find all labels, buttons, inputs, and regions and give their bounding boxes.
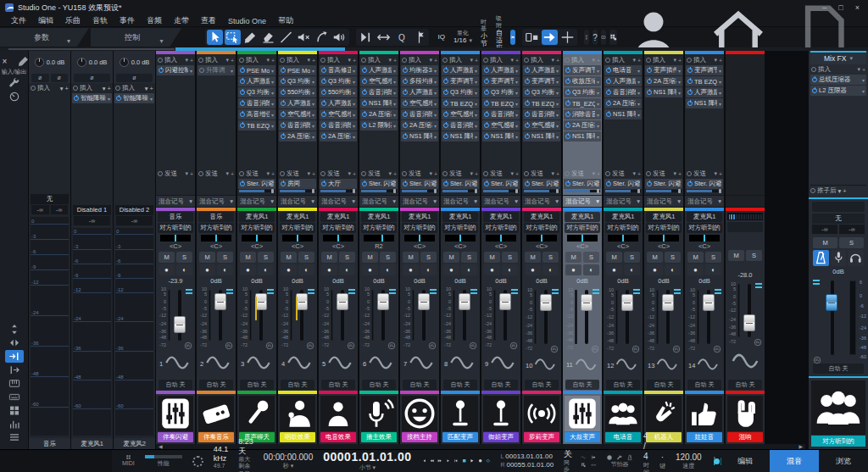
power-icon[interactable] <box>403 134 408 139</box>
power-icon[interactable] <box>483 171 488 176</box>
mute-button[interactable]: M <box>362 252 378 263</box>
mute-button[interactable]: M <box>728 250 744 261</box>
solo-button[interactable]: S <box>258 252 274 263</box>
inserts-header[interactable]: 插入▾+ <box>29 83 70 93</box>
power-icon[interactable] <box>647 68 652 73</box>
automation-wave-icon[interactable] <box>163 348 192 379</box>
channel-fader[interactable]: 1050-5-12-24-36-48-72 <box>687 286 722 351</box>
pan-value[interactable]: <C> <box>563 242 602 251</box>
power-icon[interactable] <box>525 79 530 84</box>
level-value[interactable]: 0dB <box>563 276 602 286</box>
send-slot[interactable]: Ster. 闪避控制 <box>442 179 479 189</box>
add-icon[interactable]: + <box>637 58 641 64</box>
pan-slider[interactable] <box>486 235 516 242</box>
listen-tool-button[interactable] <box>331 30 348 45</box>
fader-handle[interactable] <box>296 293 308 310</box>
monitor-button[interactable]: ◐ <box>258 264 274 275</box>
power-icon[interactable] <box>525 181 530 186</box>
power-icon[interactable] <box>687 68 693 73</box>
automation-mode[interactable]: 自动 关 <box>484 380 518 390</box>
send-slot[interactable]: Ster. 闪避控制 <box>604 179 642 189</box>
insert-slot[interactable]: 智能降噪▾ <box>114 93 154 103</box>
power-icon[interactable] <box>646 58 651 63</box>
add-icon[interactable]: + <box>719 171 722 177</box>
automation-wave-icon[interactable] <box>729 345 761 379</box>
fader-handle[interactable] <box>337 293 348 310</box>
insert-slot[interactable]: Q3 均衡器7▾ <box>564 87 601 97</box>
record-dot-icon[interactable] <box>606 454 613 461</box>
pan-value[interactable]: <C> <box>522 242 561 251</box>
section-header[interactable]: 插入▾+ <box>198 55 235 65</box>
power-icon[interactable] <box>443 134 448 139</box>
power-icon[interactable] <box>321 101 326 106</box>
insert-slot[interactable]: 齿音消除▾ <box>482 109 520 119</box>
channel-output-name[interactable]: 对方听到的 <box>646 223 682 233</box>
channel-fader[interactable]: 1050-5-12-24-36-48-72 <box>605 286 641 351</box>
channel-output-name[interactable]: 对方听到的 <box>442 223 478 233</box>
monitor-button[interactable]: ◐ <box>624 264 640 275</box>
meter-mode-button[interactable] <box>713 342 721 350</box>
mute-button[interactable]: M <box>484 252 500 263</box>
master-channel-icon[interactable] <box>811 380 865 435</box>
add-icon[interactable]: + <box>434 171 437 177</box>
solo-button[interactable]: S <box>298 252 314 263</box>
add-icon[interactable]: + <box>597 171 600 177</box>
record-arm-button[interactable]: ● <box>606 264 622 275</box>
level-value[interactable]: -∞ <box>74 216 110 225</box>
power-icon[interactable] <box>403 112 408 117</box>
power-icon[interactable] <box>240 181 245 186</box>
mix-marker-selector[interactable]: 混合记号▾ <box>644 195 683 208</box>
power-icon[interactable] <box>565 68 570 73</box>
power-icon[interactable] <box>525 134 530 139</box>
mix-marker-selector[interactable]: 混合记号▾ <box>604 195 643 208</box>
channel-icon[interactable] <box>239 396 275 431</box>
automation-wave-icon[interactable] <box>326 348 354 379</box>
power-icon[interactable] <box>281 123 286 128</box>
fader-handle[interactable] <box>255 293 267 310</box>
channel-name[interactable]: 御姐变声 <box>483 432 519 442</box>
add-icon[interactable]: + <box>231 171 234 177</box>
insert-slot[interactable]: Q3 均衡器6▾ <box>523 87 560 97</box>
channel-fader[interactable]: 1050-5-12-24-36-48-72 <box>280 286 315 347</box>
monitor-button[interactable]: ◐ <box>298 264 314 275</box>
channel-output-name[interactable]: 对方听到的 <box>239 223 275 233</box>
automation-mode[interactable]: 自动 关 <box>565 380 599 390</box>
monitor-button[interactable]: ◐ <box>542 264 559 275</box>
power-icon[interactable] <box>281 112 286 117</box>
pan-value[interactable]: <C> <box>604 242 643 251</box>
section-header[interactable]: 插入▾+ <box>442 55 479 65</box>
power-icon[interactable] <box>443 68 448 73</box>
meter-mode-button[interactable] <box>184 338 192 347</box>
channel-strip-7[interactable]: 插入▾+均衡器3▾多段均衡器▾人声激励器▾空气感增强4▾齿音消除▾2A 压缩器▾… <box>400 51 439 444</box>
levels-tab-icon[interactable] <box>5 418 24 430</box>
mix-marker-selector[interactable]: 混合记号▾ <box>359 195 398 208</box>
iq-toggle[interactable]: IQ <box>437 33 444 41</box>
key-signature[interactable]: · 键 <box>659 453 665 469</box>
automation-wave-icon[interactable] <box>448 348 476 379</box>
solo-button[interactable]: S <box>176 252 192 263</box>
mute-button[interactable]: M <box>525 252 541 263</box>
power-icon[interactable] <box>565 181 570 186</box>
wrench-icon[interactable] <box>5 76 24 90</box>
power-icon[interactable] <box>565 90 570 95</box>
help-button[interactable]: ? <box>593 30 598 45</box>
fader-handle[interactable] <box>418 293 430 310</box>
power-icon[interactable] <box>115 86 120 91</box>
power-icon[interactable] <box>647 181 652 186</box>
meter-mode-button[interactable] <box>509 338 518 347</box>
channel-fader[interactable]: 1050-5-12-24-36-48-72 <box>239 286 275 347</box>
monitor-button[interactable]: ◐ <box>380 264 396 275</box>
step-back-button[interactable] <box>422 458 426 464</box>
fader-handle[interactable] <box>459 293 470 310</box>
channel-fader[interactable]: 1050-5-12-24-36-48-72 <box>442 286 478 347</box>
insert-slot[interactable]: NS1 降噪▾ <box>604 109 642 119</box>
bend-tool-button[interactable] <box>314 30 330 45</box>
inserts-header[interactable]: 插入▾+ <box>71 83 113 93</box>
sync-toggle[interactable]: 关 同步 <box>564 449 572 472</box>
automation-mode[interactable]: 自动 关 <box>606 380 640 390</box>
power-icon[interactable] <box>565 171 570 176</box>
power-icon[interactable] <box>159 68 164 73</box>
power-icon[interactable] <box>687 90 693 95</box>
meter-mode-button[interactable] <box>347 338 355 347</box>
channel-fader[interactable]: 1050-5-12-24-36-48-72 <box>727 280 763 344</box>
